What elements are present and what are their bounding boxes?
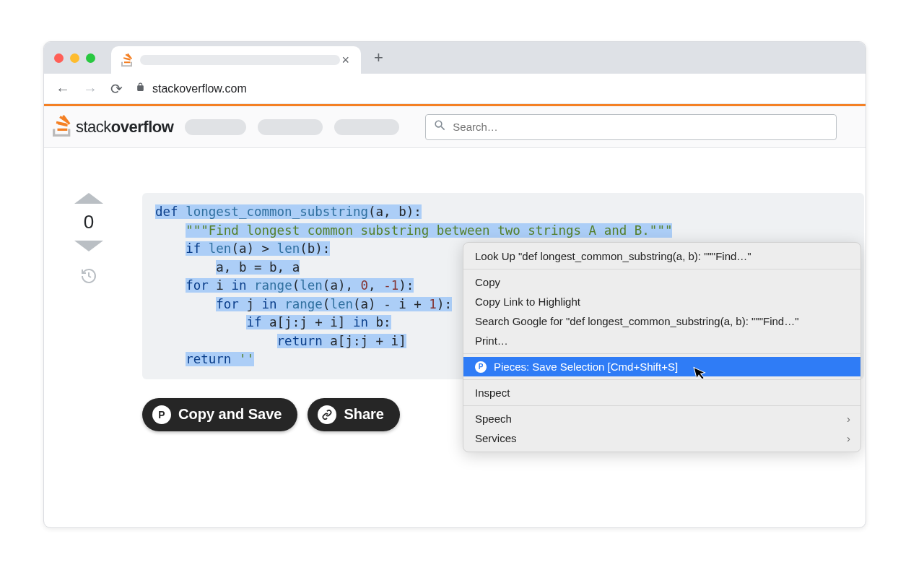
stackoverflow-logo-text: stackoverflow bbox=[76, 118, 173, 137]
maximize-icon[interactable] bbox=[86, 53, 95, 63]
downvote-icon[interactable] bbox=[74, 241, 103, 251]
upvote-icon[interactable] bbox=[74, 193, 103, 204]
menu-separator bbox=[463, 379, 860, 380]
menu-print[interactable]: Print… bbox=[463, 331, 860, 350]
traffic-lights bbox=[54, 53, 95, 63]
menu-search-google[interactable]: Search Google for "def longest_common_su… bbox=[463, 311, 860, 331]
vote-column: 0 bbox=[71, 193, 106, 288]
lock-icon bbox=[136, 82, 145, 95]
menu-separator bbox=[463, 405, 860, 406]
content-area: 0 def longest_common_substring(a, b): ""… bbox=[44, 148, 866, 453]
menu-copy-link-highlight[interactable]: Copy Link to Highlight bbox=[463, 292, 860, 311]
stackoverflow-header: stackoverflow bbox=[44, 106, 866, 148]
vote-count: 0 bbox=[84, 211, 94, 233]
menu-separator bbox=[463, 269, 860, 269]
tab-title-placeholder bbox=[140, 55, 340, 65]
pieces-icon: P bbox=[152, 405, 171, 424]
copy-and-save-button[interactable]: P Copy and Save bbox=[142, 398, 297, 431]
nav-pill[interactable] bbox=[258, 119, 323, 135]
forward-icon[interactable]: → bbox=[83, 82, 97, 96]
browser-window: × + ← → ⟳ stackoverflow.com stackoverflo… bbox=[43, 41, 866, 528]
nav-pill[interactable] bbox=[185, 119, 246, 135]
back-icon[interactable]: ← bbox=[56, 82, 70, 96]
stackoverflow-logo-icon bbox=[53, 115, 71, 139]
url-bar: ← → ⟳ stackoverflow.com bbox=[44, 74, 866, 104]
new-tab-icon[interactable]: + bbox=[374, 48, 383, 67]
chevron-right-icon: › bbox=[847, 413, 850, 425]
pieces-icon: P bbox=[475, 361, 487, 373]
address-bar[interactable]: stackoverflow.com bbox=[136, 82, 854, 95]
nav-pill[interactable] bbox=[334, 119, 399, 135]
menu-inspect[interactable]: Inspect bbox=[463, 383, 860, 402]
chevron-right-icon: › bbox=[847, 432, 850, 444]
minimize-icon[interactable] bbox=[70, 53, 79, 63]
menu-services[interactable]: Services› bbox=[463, 428, 860, 448]
search-icon bbox=[433, 118, 447, 135]
share-button[interactable]: Share bbox=[308, 398, 400, 431]
reload-icon[interactable]: ⟳ bbox=[110, 82, 123, 96]
stackoverflow-logo[interactable]: stackoverflow bbox=[53, 115, 173, 139]
menu-lookup[interactable]: Look Up "def longest_common_substring(a,… bbox=[463, 246, 860, 266]
link-icon bbox=[318, 405, 336, 424]
browser-tab[interactable]: × bbox=[111, 46, 361, 74]
search-input[interactable] bbox=[453, 121, 829, 133]
menu-separator bbox=[463, 353, 860, 354]
menu-pieces-save-selection[interactable]: P Pieces: Save Selection [Cmd+Shift+S] bbox=[463, 357, 860, 376]
stackoverflow-favicon-icon bbox=[121, 54, 133, 66]
menu-speech[interactable]: Speech› bbox=[463, 409, 860, 428]
tab-close-icon[interactable]: × bbox=[340, 53, 351, 68]
context-menu: Look Up "def longest_common_substring(a,… bbox=[463, 242, 861, 452]
search-box[interactable] bbox=[425, 114, 837, 140]
close-icon[interactable] bbox=[54, 53, 64, 63]
history-icon[interactable] bbox=[80, 267, 97, 288]
url-text: stackoverflow.com bbox=[152, 82, 247, 95]
tab-strip: × + bbox=[44, 42, 866, 74]
menu-copy[interactable]: Copy bbox=[463, 272, 860, 292]
